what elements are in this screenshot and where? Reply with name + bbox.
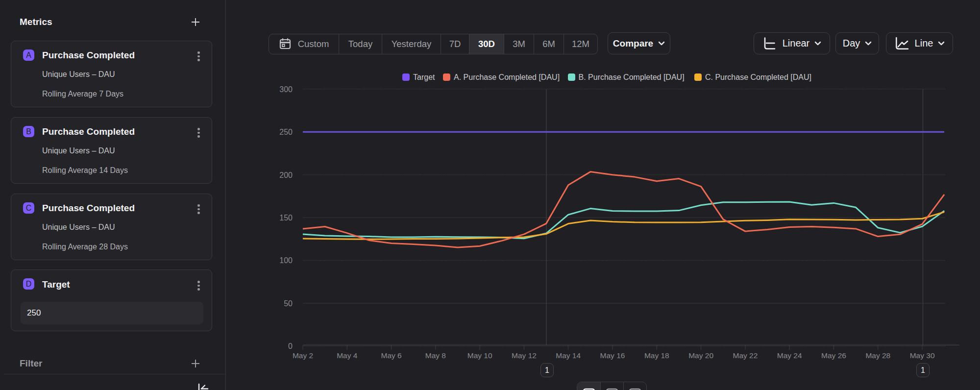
svg-text:May 22: May 22 bbox=[733, 351, 758, 360]
svg-text:50: 50 bbox=[284, 299, 293, 308]
svg-text:May 2: May 2 bbox=[293, 351, 313, 360]
svg-text:May 30: May 30 bbox=[910, 351, 935, 360]
svg-text:May 20: May 20 bbox=[688, 351, 713, 360]
svg-text:May 6: May 6 bbox=[381, 351, 401, 360]
svg-text:May 10: May 10 bbox=[467, 351, 492, 360]
svg-text:May 14: May 14 bbox=[556, 351, 581, 360]
svg-text:250: 250 bbox=[279, 128, 293, 136]
svg-text:May 16: May 16 bbox=[600, 351, 625, 360]
svg-text:200: 200 bbox=[279, 171, 293, 179]
svg-text:May 12: May 12 bbox=[512, 351, 537, 360]
svg-text:300: 300 bbox=[279, 85, 293, 94]
svg-text:May 28: May 28 bbox=[865, 351, 890, 360]
svg-text:0: 0 bbox=[288, 342, 293, 350]
svg-text:May 24: May 24 bbox=[777, 351, 802, 360]
svg-text:May 8: May 8 bbox=[425, 351, 446, 360]
svg-text:May 18: May 18 bbox=[644, 351, 669, 360]
svg-text:100: 100 bbox=[279, 256, 293, 265]
svg-text:May 26: May 26 bbox=[821, 351, 846, 360]
svg-text:150: 150 bbox=[279, 214, 293, 222]
svg-text:May 4: May 4 bbox=[337, 351, 358, 360]
